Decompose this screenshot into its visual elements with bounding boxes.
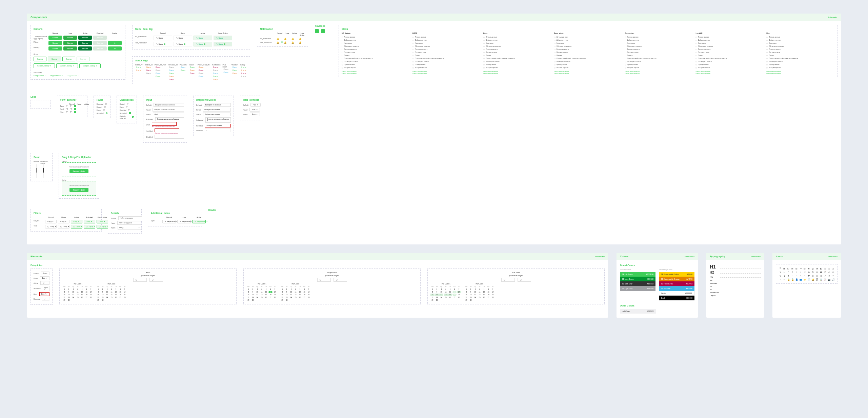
menu-list-item[interactable]: Поставить цели — [412, 51, 481, 54]
btn-primary[interactable]: Кнопка — [48, 36, 62, 40]
calendar-day[interactable]: 29 — [430, 299, 435, 301]
calendar-day[interactable]: 30 — [469, 299, 473, 301]
menu-list-item[interactable]: Премирование — [695, 63, 764, 66]
menu-list-item[interactable]: Премирование — [554, 63, 622, 66]
calendar-day[interactable]: 11 — [76, 291, 80, 293]
calendar-day[interactable]: 5 — [114, 288, 118, 291]
calendar-day[interactable]: 19 — [482, 294, 486, 296]
calendar-day[interactable]: 7 — [89, 288, 93, 291]
menu-list-item[interactable]: Поставить цели — [483, 51, 551, 54]
calendar-day[interactable]: 28 — [491, 296, 495, 299]
menu-list-item[interactable]: Оценка — [483, 54, 551, 57]
checkbox[interactable] — [132, 116, 134, 118]
menu-list-item[interactable]: История зарплат — [766, 66, 834, 69]
calendar-day[interactable]: 7 — [273, 288, 277, 291]
calendar-day[interactable]: 16 — [251, 294, 255, 296]
calendar-day[interactable]: 27 — [486, 296, 490, 299]
view-btn[interactable] — [74, 108, 76, 110]
calendar-day[interactable]: 15 — [246, 294, 250, 296]
menu-list-item[interactable]: Добавить отпуск — [483, 39, 551, 42]
calendar-day[interactable]: 22 — [280, 296, 284, 299]
calendar-day[interactable]: 23 — [285, 296, 289, 299]
menu-list-item[interactable]: Поставить цели — [766, 51, 834, 54]
calendar-day[interactable]: 20 — [118, 294, 122, 296]
calendar-day[interactable]: 14 — [491, 291, 495, 293]
calendar-day[interactable]: 2 — [435, 288, 439, 291]
menu-list-item[interactable]: Премирование — [412, 63, 481, 66]
calendar-day[interactable]: 29 — [464, 299, 468, 301]
calendar-day[interactable]: 27 — [452, 296, 457, 299]
calendar-day[interactable]: 12 — [114, 291, 118, 293]
calendar-day[interactable]: 3 — [71, 288, 75, 291]
menu-item[interactable]: ▢ Name — [194, 42, 212, 46]
calendar-day[interactable]: 3 — [105, 288, 109, 291]
calendar-day[interactable]: 8 — [96, 291, 100, 293]
calendar-day[interactable]: 8 — [430, 291, 435, 293]
menu-list-item[interactable]: Посмотреть отчёты — [342, 60, 410, 63]
view-btn[interactable] — [66, 108, 68, 110]
filter-pill[interactable]: ▢ Город ▾ — [71, 225, 82, 228]
calendar-day[interactable]: 7 — [123, 288, 127, 291]
calendar-day[interactable]: 6 — [486, 288, 490, 291]
menu-list-item[interactable]: Результативность — [766, 48, 834, 51]
calendar-day[interactable]: 21 — [273, 294, 277, 296]
btn-ghost-wide[interactable]: Создать заявку ▾ — [56, 63, 78, 68]
menu-list-item[interactable]: Премирование — [625, 63, 693, 66]
calendar-day[interactable]: 6 — [302, 288, 306, 291]
bell-icon[interactable]: 🔔 — [277, 41, 283, 44]
calendar-day[interactable]: 28 — [89, 296, 93, 299]
btn-primary[interactable]: Кнопка — [78, 46, 92, 51]
calendar-day[interactable]: 20 — [486, 294, 490, 296]
menu-list-item[interactable]: Календарь — [554, 42, 622, 45]
menu-list-item[interactable]: Создать новый отчёт о результативности — [412, 57, 481, 60]
menu-list-item[interactable]: Добавить отпуск — [695, 39, 764, 42]
calendar-day[interactable]: 6 — [118, 288, 122, 291]
add-menu-item[interactable]: ✎ Редактировать — [192, 220, 206, 223]
menu-list-item[interactable]: Посмотреть отчёты — [554, 60, 622, 63]
calendar-day[interactable]: 15 — [96, 294, 100, 296]
dropdown[interactable]: Выберите из списка ▾ — [204, 103, 231, 107]
calendar-day[interactable]: 4 — [478, 288, 482, 291]
menu-item[interactable]: ▢ Name — [214, 36, 232, 40]
btn-ghost[interactable]: Кнопка — [62, 57, 75, 61]
filter-pill[interactable]: Город ▾ — [84, 220, 95, 223]
menu-list-item[interactable]: Обучение и развитие — [695, 45, 764, 48]
menu-list-item[interactable]: Календарь — [766, 42, 834, 45]
menu-list-item[interactable]: История зарплат — [412, 66, 481, 69]
calendar-day[interactable]: 10 — [71, 291, 75, 293]
calendar-day[interactable]: 23 — [67, 296, 71, 299]
calendar-day[interactable]: 23 — [469, 296, 473, 299]
date-field[interactable]: · ▢ — [334, 278, 347, 282]
calendar-day[interactable]: 30 — [251, 299, 255, 301]
menu-list-item[interactable]: Посмотреть отчёты — [412, 60, 481, 63]
btn-primary[interactable]: Кнопка — [48, 41, 62, 45]
menu-list-item[interactable]: Создать новый отчёт о результативности — [342, 57, 410, 60]
calendar-day[interactable]: 3 — [289, 288, 293, 291]
calendar-day[interactable]: 10 — [473, 291, 477, 293]
menu-list-item[interactable]: Результативность — [695, 48, 764, 51]
checkbox[interactable] — [126, 106, 128, 108]
menu-list-item[interactable]: Обучение и развитие — [412, 45, 481, 48]
scrollbar[interactable] — [36, 164, 37, 178]
date-field[interactable]: · ▢ — [518, 278, 531, 282]
calendar-day[interactable]: 19 — [298, 294, 302, 296]
btn-primary[interactable]: Кнопка — [78, 41, 92, 45]
calendar-day[interactable]: 10 — [289, 291, 293, 293]
upload-drop-zone[interactable]: Перетащите файл сюда или Загрузите файл — [62, 162, 96, 177]
calendar-day[interactable]: 23 — [101, 296, 105, 299]
date-field[interactable]: · ▢ — [317, 278, 331, 282]
menu-list-item[interactable]: История зарплат — [554, 66, 622, 69]
add-menu-item[interactable]: ✎ Редактировать — [162, 220, 176, 223]
calendar-day[interactable]: 29 — [280, 299, 284, 301]
calendar-day[interactable]: 18 — [444, 294, 448, 296]
upload-button[interactable]: Загрузите файл — [69, 169, 89, 173]
calendar-day[interactable]: 4 — [109, 288, 114, 291]
calendar-day[interactable]: 25 — [76, 296, 80, 299]
calendar-day[interactable]: 14 — [307, 291, 311, 293]
calendar-day[interactable]: 20 — [452, 294, 457, 296]
menu-list-item[interactable]: Обучение и развитие — [483, 45, 551, 48]
role-pill[interactable]: Роль ▾ — [250, 103, 261, 107]
menu-list-item[interactable]: Личные данные — [342, 36, 410, 39]
menu-item[interactable]: ▢ Name — [214, 42, 232, 46]
menu-list-item[interactable]: Результативность — [483, 48, 551, 51]
